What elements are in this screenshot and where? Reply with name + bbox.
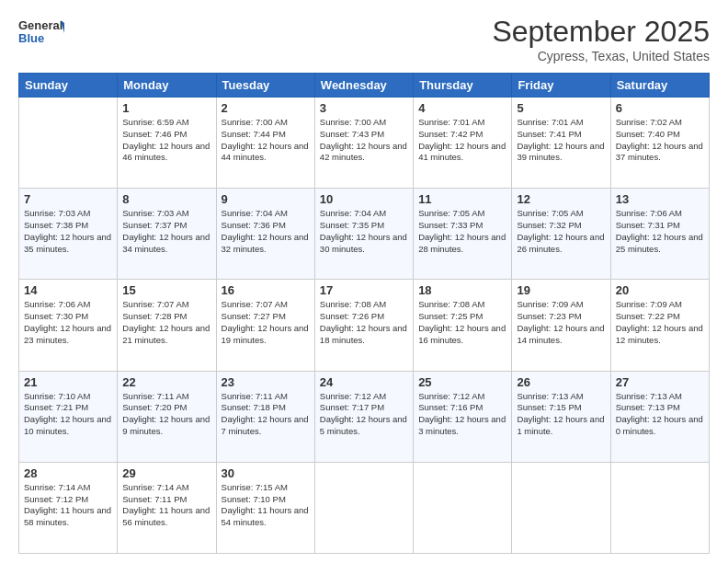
sunset-text: Sunset: 7:36 PM — [222, 220, 286, 230]
daylight-text: Daylight: 12 hours and 0 minutes. — [616, 414, 703, 436]
sunset-text: Sunset: 7:21 PM — [24, 402, 88, 412]
calendar-cell: 13 Sunrise: 7:06 AM Sunset: 7:31 PM Dayl… — [610, 189, 709, 280]
day-number: 28 — [24, 466, 112, 480]
daylight-text: Daylight: 12 hours and 39 minutes. — [517, 141, 604, 163]
calendar-cell — [512, 462, 610, 553]
sunrise-text: Sunrise: 7:10 AM — [24, 391, 90, 401]
sunrise-text: Sunrise: 7:11 AM — [222, 391, 288, 401]
day-number: 8 — [122, 192, 210, 206]
day-info: Sunrise: 7:14 AM Sunset: 7:11 PM Dayligh… — [122, 482, 210, 529]
sunset-text: Sunset: 7:13 PM — [616, 402, 680, 412]
day-number: 15 — [122, 283, 210, 297]
day-number: 27 — [616, 375, 704, 389]
day-number: 2 — [222, 101, 310, 115]
daylight-text: Daylight: 12 hours and 12 minutes. — [616, 323, 703, 345]
sunrise-text: Sunrise: 7:08 AM — [320, 299, 386, 309]
sunrise-text: Sunrise: 7:06 AM — [616, 208, 682, 218]
sunrise-text: Sunrise: 6:59 AM — [122, 117, 188, 127]
svg-text:Blue: Blue — [18, 31, 44, 45]
sunset-text: Sunset: 7:20 PM — [122, 402, 187, 412]
day-info: Sunrise: 7:08 AM Sunset: 7:26 PM Dayligh… — [320, 299, 408, 346]
day-info: Sunrise: 7:12 AM Sunset: 7:16 PM Dayligh… — [418, 391, 506, 438]
header-friday: Friday — [512, 74, 610, 98]
sunset-text: Sunset: 7:16 PM — [418, 402, 483, 412]
daylight-text: Daylight: 12 hours and 9 minutes. — [122, 414, 210, 436]
sunset-text: Sunset: 7:30 PM — [24, 311, 88, 321]
calendar-cell: 23 Sunrise: 7:11 AM Sunset: 7:18 PM Dayl… — [216, 371, 314, 462]
day-info: Sunrise: 7:00 AM Sunset: 7:43 PM Dayligh… — [320, 117, 408, 164]
day-number: 9 — [222, 192, 310, 206]
sunrise-text: Sunrise: 7:04 AM — [222, 208, 288, 218]
daylight-text: Daylight: 12 hours and 21 minutes. — [122, 323, 210, 345]
day-info: Sunrise: 7:12 AM Sunset: 7:17 PM Dayligh… — [320, 391, 408, 438]
calendar-cell: 16 Sunrise: 7:07 AM Sunset: 7:27 PM Dayl… — [216, 280, 314, 371]
header-sunday: Sunday — [19, 74, 118, 98]
logo-svg: General Blue — [18, 15, 64, 53]
sunrise-text: Sunrise: 7:01 AM — [418, 117, 484, 127]
day-info: Sunrise: 7:02 AM Sunset: 7:40 PM Dayligh… — [616, 117, 704, 164]
daylight-text: Daylight: 12 hours and 25 minutes. — [616, 232, 703, 254]
week-row-4: 21 Sunrise: 7:10 AM Sunset: 7:21 PM Dayl… — [19, 371, 710, 462]
day-number: 11 — [418, 192, 506, 206]
daylight-text: Daylight: 12 hours and 46 minutes. — [122, 141, 210, 163]
week-row-5: 28 Sunrise: 7:14 AM Sunset: 7:12 PM Dayl… — [19, 462, 710, 553]
daylight-text: Daylight: 11 hours and 58 minutes. — [24, 505, 111, 527]
day-number: 3 — [320, 101, 408, 115]
day-number: 25 — [418, 375, 506, 389]
daylight-text: Daylight: 12 hours and 41 minutes. — [418, 141, 506, 163]
sunrise-text: Sunrise: 7:03 AM — [122, 208, 188, 218]
sunrise-text: Sunrise: 7:07 AM — [122, 299, 188, 309]
calendar-cell: 18 Sunrise: 7:08 AM Sunset: 7:25 PM Dayl… — [414, 280, 512, 371]
daylight-text: Daylight: 12 hours and 35 minutes. — [24, 232, 111, 254]
sunset-text: Sunset: 7:33 PM — [418, 220, 483, 230]
sunset-text: Sunset: 7:43 PM — [320, 129, 384, 139]
sunrise-text: Sunrise: 7:01 AM — [517, 117, 583, 127]
daylight-text: Daylight: 12 hours and 14 minutes. — [517, 323, 604, 345]
calendar-cell: 19 Sunrise: 7:09 AM Sunset: 7:23 PM Dayl… — [512, 280, 610, 371]
day-info: Sunrise: 7:05 AM Sunset: 7:32 PM Dayligh… — [517, 208, 605, 255]
calendar-cell: 9 Sunrise: 7:04 AM Sunset: 7:36 PM Dayli… — [216, 189, 314, 280]
sunset-text: Sunset: 7:42 PM — [418, 129, 483, 139]
sunset-text: Sunset: 7:22 PM — [616, 311, 680, 321]
sunrise-text: Sunrise: 7:00 AM — [222, 117, 288, 127]
day-number: 13 — [616, 192, 704, 206]
calendar-cell: 1 Sunrise: 6:59 AM Sunset: 7:46 PM Dayli… — [118, 98, 216, 189]
calendar-cell: 25 Sunrise: 7:12 AM Sunset: 7:16 PM Dayl… — [414, 371, 512, 462]
sunset-text: Sunset: 7:28 PM — [122, 311, 187, 321]
day-number: 18 — [418, 283, 506, 297]
sunset-text: Sunset: 7:35 PM — [320, 220, 384, 230]
sunrise-text: Sunrise: 7:08 AM — [418, 299, 484, 309]
sunrise-text: Sunrise: 7:00 AM — [320, 117, 386, 127]
week-row-3: 14 Sunrise: 7:06 AM Sunset: 7:30 PM Dayl… — [19, 280, 710, 371]
sunset-text: Sunset: 7:27 PM — [222, 311, 286, 321]
day-number: 29 — [122, 466, 210, 480]
day-number: 20 — [616, 283, 704, 297]
daylight-text: Daylight: 12 hours and 42 minutes. — [320, 141, 407, 163]
calendar-cell: 3 Sunrise: 7:00 AM Sunset: 7:43 PM Dayli… — [314, 98, 413, 189]
week-row-1: 1 Sunrise: 6:59 AM Sunset: 7:46 PM Dayli… — [19, 98, 710, 189]
calendar-cell: 8 Sunrise: 7:03 AM Sunset: 7:37 PM Dayli… — [118, 189, 216, 280]
header-monday: Monday — [118, 74, 216, 98]
sunset-text: Sunset: 7:41 PM — [517, 129, 581, 139]
daylight-text: Daylight: 12 hours and 26 minutes. — [517, 232, 604, 254]
day-info: Sunrise: 7:03 AM Sunset: 7:38 PM Dayligh… — [24, 208, 112, 255]
day-number: 12 — [517, 192, 605, 206]
calendar-cell: 14 Sunrise: 7:06 AM Sunset: 7:30 PM Dayl… — [19, 280, 118, 371]
calendar-cell: 30 Sunrise: 7:15 AM Sunset: 7:10 PM Dayl… — [216, 462, 314, 553]
calendar-cell: 29 Sunrise: 7:14 AM Sunset: 7:11 PM Dayl… — [118, 462, 216, 553]
calendar-cell: 11 Sunrise: 7:05 AM Sunset: 7:33 PM Dayl… — [414, 189, 512, 280]
day-info: Sunrise: 7:08 AM Sunset: 7:25 PM Dayligh… — [418, 299, 506, 346]
calendar-cell: 26 Sunrise: 7:13 AM Sunset: 7:15 PM Dayl… — [512, 371, 610, 462]
day-info: Sunrise: 7:06 AM Sunset: 7:30 PM Dayligh… — [24, 299, 112, 346]
day-number: 26 — [517, 375, 605, 389]
day-info: Sunrise: 7:11 AM Sunset: 7:20 PM Dayligh… — [122, 391, 210, 438]
sunset-text: Sunset: 7:40 PM — [616, 129, 680, 139]
day-number: 17 — [320, 283, 408, 297]
day-info: Sunrise: 7:15 AM Sunset: 7:10 PM Dayligh… — [222, 482, 310, 529]
calendar-cell: 22 Sunrise: 7:11 AM Sunset: 7:20 PM Dayl… — [118, 371, 216, 462]
sunrise-text: Sunrise: 7:14 AM — [122, 482, 188, 492]
sunrise-text: Sunrise: 7:12 AM — [320, 391, 386, 401]
header-thursday: Thursday — [414, 74, 512, 98]
daylight-text: Daylight: 12 hours and 28 minutes. — [418, 232, 506, 254]
day-number: 10 — [320, 192, 408, 206]
